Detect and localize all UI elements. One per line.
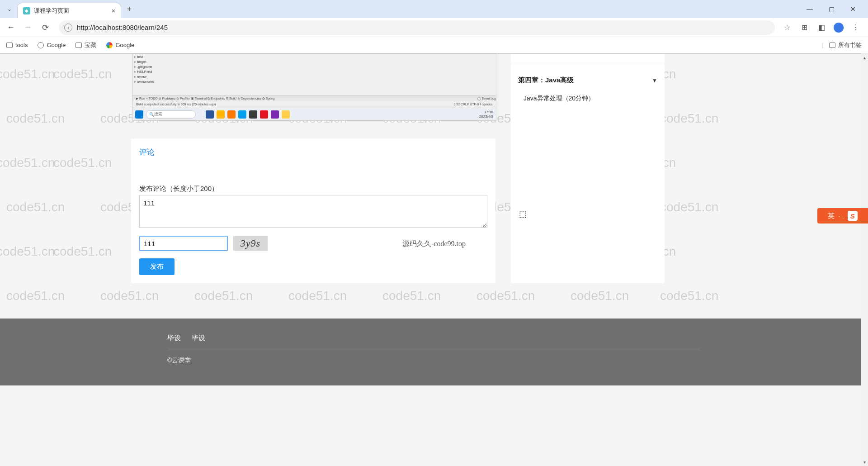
ime-lang: 英: [828, 212, 835, 220]
comment-section: 评论 发布评论（长度小于200） 111 3y9s 发布: [131, 139, 495, 283]
forward-button[interactable]: →: [22, 21, 34, 34]
bookmarks-bar: tools Google 宝藏 Google |所有书签: [0, 37, 868, 53]
taskbar-app-icon: [206, 110, 214, 119]
bookmark-tools[interactable]: tools: [6, 42, 28, 48]
comment-label: 发布评论（长度小于200）: [139, 185, 487, 193]
comment-tab[interactable]: 评论: [139, 147, 487, 161]
minimize-button[interactable]: —: [803, 5, 816, 13]
ime-dots: · .: [838, 212, 844, 220]
maximize-button[interactable]: ▢: [825, 5, 838, 13]
taskbar-app-icon: [271, 110, 279, 119]
comment-textarea[interactable]: 111: [139, 195, 487, 228]
folder-icon: [6, 43, 13, 48]
google-icon: [106, 42, 113, 48]
taskbar-search: 🔍 搜索: [146, 110, 196, 119]
taskbar-app-icon: [227, 110, 236, 119]
back-button[interactable]: ←: [5, 21, 17, 34]
page-content: test target .gitignore HELP.md mvnw mvnw…: [0, 54, 868, 466]
chevron-down-icon: ▼: [652, 77, 657, 84]
taskbar-app-icon: [282, 110, 290, 119]
taskbar-app-icon: [260, 110, 268, 119]
publish-button[interactable]: 发布: [139, 258, 175, 275]
video-overlay-text: 源码久久-code99.top: [402, 239, 466, 249]
captcha-input[interactable]: [139, 236, 228, 251]
all-bookmarks[interactable]: |所有书签: [822, 41, 862, 49]
taskbar-app-icon: [238, 110, 246, 119]
video-player[interactable]: test target .gitignore HELP.md mvnw mvnw…: [132, 54, 496, 108]
cursor-icon: ⬚: [519, 209, 527, 219]
window-controls: — ▢ ✕: [803, 5, 868, 13]
chapter-header[interactable]: 第四章：Java高级 ▼: [511, 63, 665, 90]
new-tab-button[interactable]: +: [123, 3, 136, 15]
extensions-icon[interactable]: ⊞: [799, 23, 809, 33]
page-footer: 毕设 毕设 ©云课堂: [0, 319, 868, 385]
start-icon: [135, 110, 143, 119]
reload-button[interactable]: ⟳: [39, 21, 52, 34]
ide-toolwindow-tabs: ▶ Run ≡ TODO ⊘ Problems ⊙ Profiler ▣ Ter…: [132, 95, 496, 101]
taskbar-app-icon: [217, 110, 225, 119]
footer-link-1[interactable]: 毕设: [167, 334, 181, 342]
window-close-button[interactable]: ✕: [846, 5, 860, 13]
windows-taskbar: 🔍 搜索 17:18 2023/4/8: [132, 108, 496, 121]
course-sidebar: 第四章：Java高级 ▼ Java异常处理（20分钟）: [511, 54, 665, 283]
bookmark-treasure[interactable]: 宝藏: [75, 41, 96, 49]
tab-search-button[interactable]: ⌄: [4, 3, 15, 15]
url-bar[interactable]: i http://localhost:8080/learn/245: [59, 20, 775, 35]
scroll-up-arrow-icon[interactable]: ▴: [861, 53, 868, 62]
bookmark-google-2[interactable]: Google: [106, 42, 134, 48]
active-tab[interactable]: ◆ 课程学习页面 ×: [17, 3, 121, 18]
folder-icon: [75, 43, 82, 48]
tab-strip: ⌄ ◆ 课程学习页面 × + — ▢ ✕: [0, 0, 868, 18]
address-bar-row: ← → ⟳ i http://localhost:8080/learn/245 …: [0, 18, 868, 37]
taskbar-app-icon: [249, 110, 257, 119]
captcha-image[interactable]: 3y9s: [233, 236, 268, 251]
url-text: http://localhost:8080/learn/245: [77, 24, 168, 31]
chapter-title: 第四章：Java高级: [518, 76, 574, 85]
browser-chrome: ⌄ ◆ 课程学习页面 × + — ▢ ✕ ← → ⟳ i http://loca…: [0, 0, 868, 54]
ide-status-bar: Build completed successfully in 909 ms (…: [132, 101, 496, 108]
profile-avatar[interactable]: [834, 23, 844, 33]
footer-link-2[interactable]: 毕设: [192, 334, 205, 342]
ime-brand-icon: S: [848, 211, 858, 221]
globe-icon: [38, 42, 44, 48]
folder-icon: [829, 43, 835, 48]
chrome-menu-icon[interactable]: ⋮: [851, 23, 861, 33]
tab-close-button[interactable]: ×: [112, 7, 115, 14]
footer-copyright: ©云课堂: [167, 357, 701, 365]
scroll-down-arrow-icon[interactable]: ▾: [861, 458, 868, 466]
star-icon[interactable]: ☆: [782, 23, 792, 33]
lesson-item[interactable]: Java异常处理（20分钟）: [511, 90, 665, 107]
tab-title: 课程学习页面: [34, 7, 108, 15]
tab-favicon-icon: ◆: [23, 7, 30, 14]
site-info-icon[interactable]: i: [64, 24, 72, 32]
ide-screenshot: test target .gitignore HELP.md mvnw mvnw…: [132, 54, 496, 108]
page-scrollbar[interactable]: ▴ ▾: [861, 53, 868, 466]
bookmark-google-1[interactable]: Google: [38, 42, 66, 48]
sidepanel-icon[interactable]: ◧: [816, 23, 826, 33]
ime-toolbar[interactable]: 英 · . S: [817, 208, 868, 223]
